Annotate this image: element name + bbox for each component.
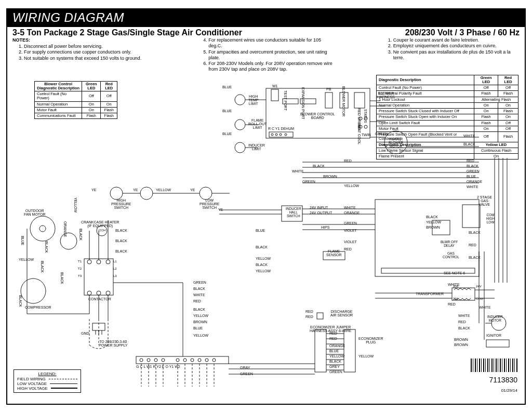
label-expansion: EXPANSION PORT [301, 87, 305, 120]
svg-rect-31 [486, 340, 509, 347]
label-inducer-motor: INDUCER MOTOR [485, 314, 505, 323]
svg-point-19 [235, 142, 245, 153]
label-w1: W1 [272, 84, 278, 88]
label-flame-rollout: FLAME ROLL-OUT LIMIT [246, 117, 269, 130]
svg-point-59 [198, 359, 201, 362]
wire-color: BLACK [60, 272, 64, 284]
svg-point-17 [235, 95, 245, 105]
terminal-labels: G C L W1 R Y2 E O Y1 W2 [136, 365, 180, 368]
wire-color: VIOLET [344, 240, 357, 244]
wire-color: WHITE [467, 185, 478, 189]
svg-point-35 [30, 216, 55, 241]
wire-color: BLACK [193, 287, 205, 290]
label-24v: 24V [476, 285, 482, 288]
svg-point-37 [60, 233, 77, 249]
wire-color: GREEN [302, 180, 315, 183]
svg-point-56 [176, 359, 179, 362]
wire-color: WHITE [344, 206, 356, 209]
barcode-icon [471, 359, 517, 372]
wire-color: RED [458, 320, 466, 324]
svg-rect-7 [269, 132, 293, 137]
wire-color: GREEN [193, 281, 206, 284]
svg-point-10 [280, 134, 282, 136]
label-hips: HIPS [321, 226, 329, 229]
doc-number: 7113830 [489, 376, 517, 384]
wire-color: VIOLET [344, 229, 357, 232]
wire-color: RED [329, 337, 337, 340]
wire-color: BLACK [329, 360, 341, 363]
note: Couper le courant avant de faire letreti… [393, 37, 520, 43]
label-contactor: CONTACTOR [88, 297, 111, 301]
wire-color: BLUE [467, 175, 476, 178]
wire-color: RED [344, 159, 352, 163]
wire-color: YELLOW [193, 314, 208, 317]
svg-point-44 [97, 291, 101, 295]
label-heat-cool: HEAT COOL [357, 124, 361, 144]
wire-color: BLACK [115, 239, 127, 243]
wire-color: WHITE [292, 169, 304, 173]
wire-color: ORANGE [329, 344, 345, 348]
label-gas-valve: 2 STAGE GAS VALVE [475, 194, 494, 207]
svg-point-61 [212, 359, 216, 362]
legend-title: LEGEND: [17, 372, 77, 376]
t2: T2 [78, 267, 82, 270]
label-blower-motor: BLOWER MOTOR [342, 86, 345, 116]
wire-color: WHITE [193, 293, 205, 297]
svg-point-41 [97, 260, 101, 264]
wire-color: BLACK [463, 142, 475, 146]
wire-color: WHITE [458, 314, 470, 317]
svg-point-60 [205, 359, 208, 362]
label-cch: CCH [99, 229, 105, 232]
note: For replacement wires use conductors sui… [208, 37, 335, 49]
label-24v-out: 24V OUTPUT [310, 211, 332, 215]
ye: YE [91, 188, 96, 192]
label-econ-plug: ECONOMIZER PLUG [356, 336, 385, 345]
wire-color: BLACK [115, 229, 127, 232]
notes: NOTES: Disconnect all power before servi… [7, 37, 525, 75]
svg-point-40 [87, 260, 91, 264]
legend-high: HIGH VOLTAGE [17, 386, 48, 391]
diagram-area: Blower Control Diagnostic Description Gr… [11, 75, 521, 397]
thin-line-icon [50, 383, 77, 384]
wire-color: WHITE [463, 134, 475, 138]
wire-color: RED [467, 159, 474, 163]
label-supply: TO 208/230-3-60 POWER SUPPLY [97, 339, 130, 348]
svg-point-21 [140, 187, 153, 200]
wire-color: BLACK [79, 229, 83, 241]
label-high-temp-limit: HIGH TEMP LIMIT [246, 94, 260, 107]
wire-color: GREEN [344, 221, 357, 225]
note: Not suitable on systems that exceed 150 … [24, 56, 150, 61]
svg-point-36 [39, 226, 46, 232]
notes-label: NOTES: [12, 37, 150, 43]
wire-color: BLACK [115, 249, 127, 253]
svg-rect-34 [344, 329, 355, 372]
svg-point-38 [21, 279, 46, 303]
label-com: COM [476, 297, 483, 300]
l1: L1 [113, 260, 117, 263]
label-hps: HIGH PRESSURE SWITCH [109, 197, 134, 210]
wire-color: YELLOW [19, 258, 34, 261]
dash-icon [49, 379, 77, 379]
svg-point-58 [191, 359, 194, 362]
wire-color: YELLOW [193, 334, 208, 337]
wire-color: YELLOW [329, 354, 344, 358]
wire-color: BLACK [41, 261, 44, 273]
label-24v-in: 24V INPUT [310, 206, 328, 209]
svg-rect-4 [325, 92, 332, 108]
wire-color: RED [193, 299, 201, 303]
wire-color: ORANGE [344, 211, 360, 215]
wire-color: YELLOW [74, 197, 77, 213]
wire-color: WHITE [448, 283, 460, 286]
note: Disconnect all power before servicing. [24, 44, 150, 49]
page-frame: WIRING DIAGRAM 3-5 Ton Package 2 Stage G… [6, 8, 526, 405]
svg-point-43 [87, 291, 91, 295]
wire-color: BLACK [256, 245, 268, 249]
wire-color: BROWN [323, 175, 337, 178]
wire-color: ORANGE [63, 221, 67, 237]
label-blwr-delay: BLWR OFF DELAY [438, 239, 460, 248]
svg-point-45 [106, 291, 110, 295]
label-ignitor: IGNITOR [486, 334, 501, 337]
label-lps: LOW PRESSURE SWITCH [197, 197, 222, 210]
label-flame-sensor: FLAME SENSOR [324, 248, 344, 258]
svg-point-53 [147, 359, 150, 362]
